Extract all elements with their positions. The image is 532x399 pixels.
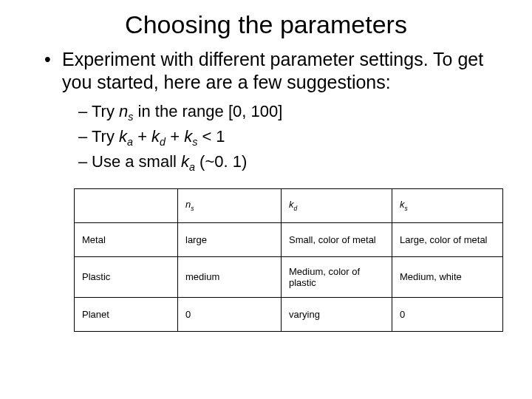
t: Try: [92, 102, 119, 120]
sub: s: [191, 205, 194, 212]
cell-kd: varying: [282, 297, 392, 331]
t: in the range [0, 100]: [133, 102, 282, 120]
sub: d: [294, 205, 298, 212]
sub: a: [127, 136, 133, 148]
table-row: Plastic medium Medium, color of plastic …: [75, 256, 503, 297]
th-empty: [75, 188, 178, 222]
parameter-table: ns kd ks Metal large Small, color of met…: [74, 188, 503, 332]
cell-material: Planet: [75, 297, 178, 331]
t: < 1: [197, 127, 225, 146]
th-kd: kd: [282, 188, 392, 222]
var: k: [151, 127, 160, 146]
var: n: [119, 102, 128, 120]
bullet-level1: • Experiment with different parameter se…: [44, 48, 502, 95]
cell-ks: Large, color of metal: [392, 222, 503, 256]
table-row: Metal large Small, color of metal Large,…: [75, 222, 503, 256]
t: +: [133, 127, 151, 146]
sub: s: [405, 205, 408, 212]
cell-kd: Medium, color of plastic: [282, 256, 392, 297]
sub-bullet-c: – Use a small ka (~0. 1): [78, 151, 502, 174]
bullet-text: Experiment with different parameter sett…: [62, 48, 502, 95]
t: (~0. 1): [195, 152, 247, 171]
cell-material: Plastic: [75, 256, 178, 297]
sub-bullet-a: – Try ns in the range [0, 100]: [78, 100, 502, 124]
th-ns: ns: [178, 188, 282, 222]
cell-ns: medium: [178, 256, 282, 297]
t: Try: [92, 127, 119, 146]
cell-ks: Medium, white: [392, 256, 503, 297]
dash-icon: –: [78, 151, 92, 174]
cell-ns: 0: [178, 297, 282, 331]
bullet-dot-icon: •: [44, 48, 62, 95]
var: k: [119, 127, 127, 146]
var: k: [184, 127, 192, 146]
sub: a: [189, 162, 195, 174]
sub-b-text: Try ka + kd + ks < 1: [92, 126, 225, 149]
cell-ks: 0: [392, 297, 503, 331]
cell-kd: Small, color of metal: [282, 222, 392, 256]
dash-icon: –: [78, 126, 92, 149]
sub: d: [160, 136, 166, 148]
table-row: Planet 0 varying 0: [75, 297, 503, 331]
var: k: [181, 152, 189, 171]
sub-a-text: Try ns in the range [0, 100]: [92, 100, 282, 124]
sub-bullet-b: – Try ka + kd + ks < 1: [78, 126, 502, 149]
sub-c-text: Use a small ka (~0. 1): [92, 151, 247, 174]
cell-material: Metal: [75, 222, 178, 256]
slide-title: Choosing the parameters: [30, 10, 502, 39]
t: Use a small: [92, 152, 181, 171]
sub-bullet-list: – Try ns in the range [0, 100] – Try ka …: [78, 100, 502, 175]
cell-ns: large: [178, 222, 282, 256]
dash-icon: –: [78, 100, 92, 124]
t: +: [166, 127, 184, 146]
th-ks: ks: [392, 188, 503, 222]
table-header-row: ns kd ks: [75, 188, 503, 222]
